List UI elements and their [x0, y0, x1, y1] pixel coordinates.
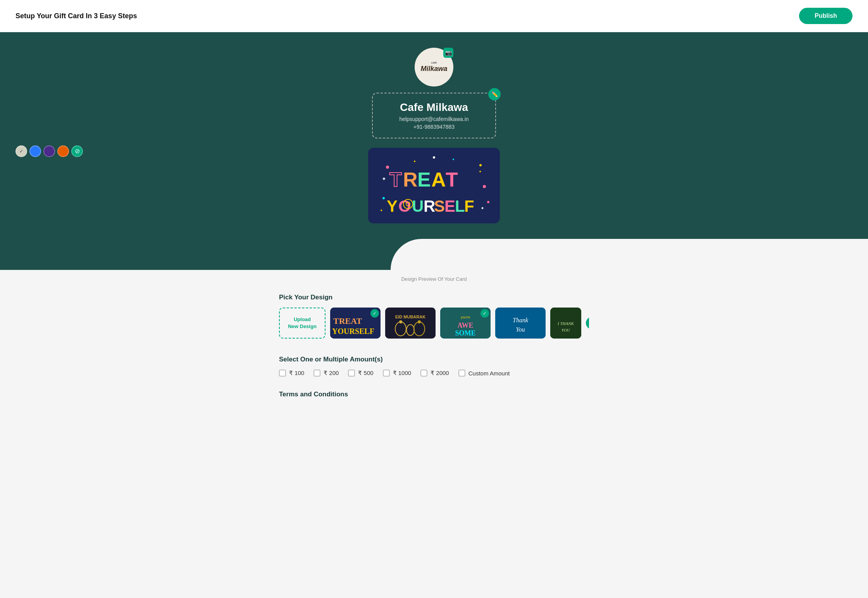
amount-checkbox-1000[interactable]	[383, 370, 390, 377]
design-thumb-ithank[interactable]: I THANK YOU	[550, 308, 581, 339]
svg-text:I THANK: I THANK	[557, 321, 574, 326]
eid-bg: EID MUBARAK	[385, 308, 436, 339]
design-thumb-treat[interactable]: TREAT YOURSELF ✓	[330, 308, 381, 339]
svg-point-1	[386, 166, 389, 169]
business-phone: +91-9883947883	[388, 124, 480, 130]
svg-text:F: F	[464, 197, 474, 215]
svg-rect-31	[385, 308, 436, 339]
svg-point-36	[399, 320, 402, 323]
svg-text:YOURSELF: YOURSELF	[332, 327, 374, 335]
design-section: Pick Your Design UploadNew Design TREAT …	[279, 294, 589, 342]
svg-point-6	[433, 156, 435, 159]
preview-label: Design Preview Of Your Card	[279, 276, 589, 282]
svg-text:U: U	[412, 197, 424, 215]
header: Setup Your Gift Card In 3 Easy Steps Pub…	[0, 0, 868, 32]
amount-label-custom: Custom Amount	[468, 370, 510, 377]
thankyou-bg: Thank You	[495, 308, 546, 339]
svg-text:AWE: AWE	[457, 321, 473, 329]
svg-point-2	[479, 164, 482, 166]
camera-icon[interactable]: 📷	[443, 48, 453, 58]
svg-point-4	[382, 197, 385, 199]
amount-label-500: ₹ 500	[358, 370, 373, 377]
svg-text:TREAT: TREAT	[333, 316, 362, 326]
centered-content: Design Preview Of Your Card Pick Your De…	[279, 276, 589, 398]
svg-text:L: L	[455, 197, 465, 215]
next-design-button[interactable]: ›	[586, 317, 589, 329]
swatch-orange[interactable]	[57, 145, 69, 157]
svg-point-5	[487, 201, 489, 203]
swatch-blue[interactable]	[29, 145, 41, 157]
edit-icon[interactable]: ✏️	[488, 88, 501, 100]
amount-row: ₹ 100 ₹ 200 ₹ 500 ₹ 1000	[279, 370, 589, 377]
svg-text:Thank: Thank	[513, 317, 529, 323]
page-wrapper: Setup Your Gift Card In 3 Easy Steps Pub…	[0, 0, 868, 598]
svg-text:✦: ✦	[382, 176, 386, 182]
svg-text:E: E	[444, 197, 455, 215]
amount-checkbox-500[interactable]	[348, 370, 355, 377]
upload-label: UploadNew Design	[288, 316, 317, 330]
selected-check-treat: ✓	[370, 309, 379, 318]
amount-item-1000: ₹ 1000	[383, 370, 412, 377]
upload-new-design-button[interactable]: UploadNew Design	[279, 308, 326, 339]
business-email: helpsupport@cafemilkawa.in	[388, 116, 480, 122]
amount-label-2000: ₹ 2000	[431, 370, 449, 377]
svg-text:E: E	[417, 168, 431, 191]
svg-text:you're: you're	[461, 315, 470, 319]
amount-checkbox-custom[interactable]	[458, 370, 465, 377]
amount-item-200: ₹ 200	[313, 370, 339, 377]
hero-section: ✓ ⊘ café Milkawa 📷 ✏️ Cafe Milkawa helps…	[0, 32, 868, 270]
design-thumb-awesome[interactable]: you're AWE SOME ✓	[440, 308, 491, 339]
content-area: Design Preview Of Your Card Pick Your De…	[0, 276, 868, 414]
svg-text:R: R	[403, 168, 418, 191]
design-thumb-eid[interactable]: EID MUBARAK	[385, 308, 436, 339]
svg-text:SOME: SOME	[455, 329, 475, 337]
design-thumb-thankyou[interactable]: Thank You	[495, 308, 546, 339]
swatch-strikethrough[interactable]: ⊘	[71, 145, 83, 157]
design-section-title: Pick Your Design	[279, 294, 589, 301]
svg-text:T: T	[446, 168, 458, 191]
amount-label-200: ₹ 200	[324, 370, 339, 377]
amount-label-1000: ₹ 1000	[393, 370, 412, 377]
brand-label: Milkawa	[420, 65, 447, 73]
svg-text:✦: ✦	[479, 169, 482, 174]
terms-title: Terms and Conditions	[279, 391, 589, 398]
svg-text:EID MUBARAK: EID MUBARAK	[395, 315, 425, 319]
business-card: ✏️ Cafe Milkawa helpsupport@cafemilkawa.…	[372, 93, 496, 138]
page-title: Setup Your Gift Card In 3 Easy Steps	[16, 12, 137, 20]
logo-wrapper: café Milkawa 📷	[415, 48, 453, 86]
amount-item-500: ₹ 500	[348, 370, 373, 377]
amount-checkbox-100[interactable]	[279, 370, 286, 377]
swatch-check[interactable]: ✓	[16, 145, 27, 157]
amount-section-title: Select One or Multiple Amount(s)	[279, 356, 589, 363]
svg-point-7	[414, 161, 415, 162]
svg-text:YOU: YOU	[561, 328, 570, 332]
cafe-label: café	[420, 61, 447, 65]
business-name: Cafe Milkawa	[388, 101, 480, 114]
amount-label-100: ₹ 100	[289, 370, 304, 377]
ithank-bg: I THANK YOU	[550, 308, 581, 339]
selected-check-awesome: ✓	[480, 309, 489, 318]
svg-text:R: R	[424, 197, 435, 215]
svg-text:You: You	[516, 326, 525, 333]
svg-point-3	[483, 185, 486, 188]
swatch-purple[interactable]	[43, 145, 55, 157]
svg-text:T: T	[389, 168, 402, 191]
logo-inner: café Milkawa	[420, 61, 447, 73]
svg-point-8	[453, 159, 454, 160]
amount-item-2000: ₹ 2000	[420, 370, 449, 377]
amount-item-custom: Custom Amount	[458, 370, 510, 377]
amount-checkbox-2000[interactable]	[420, 370, 427, 377]
svg-text:✦: ✦	[480, 206, 484, 211]
amount-item-100: ₹ 100	[279, 370, 304, 377]
publish-button[interactable]: Publish	[799, 8, 852, 24]
treat-yourself-art: ✦ ✦ ✦ ✦ T R E A T Y O	[368, 148, 500, 223]
terms-section: Terms and Conditions	[279, 391, 589, 398]
card-preview-wrapper: ✦ ✦ ✦ ✦ T R E A T Y O	[368, 148, 500, 223]
svg-text:A: A	[431, 168, 446, 191]
color-swatches: ✓ ⊘	[16, 145, 83, 157]
svg-point-37	[418, 320, 421, 323]
svg-text:Y: Y	[387, 197, 398, 215]
design-picker: UploadNew Design TREAT YOURSELF ✓	[279, 308, 589, 342]
amount-checkbox-200[interactable]	[313, 370, 320, 377]
card-preview: ✦ ✦ ✦ ✦ T R E A T Y O	[368, 148, 500, 223]
